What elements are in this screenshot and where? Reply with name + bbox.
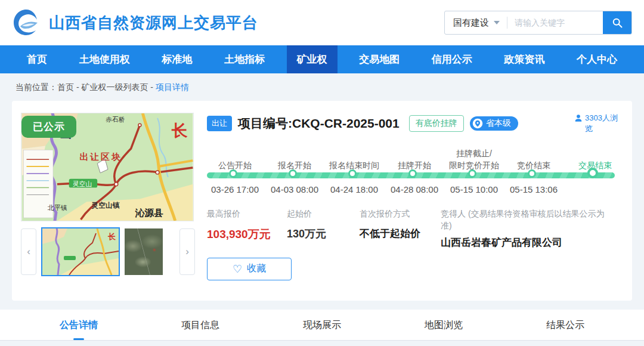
search-icon bbox=[611, 17, 623, 29]
pricing-info: 最高报价 103,930万元 起始价 130万元 首次报价方式 不低于起始价 竞… bbox=[207, 208, 623, 249]
chevron-down-icon bbox=[494, 21, 500, 24]
field-label: 起始价 bbox=[287, 208, 360, 220]
thumbnail-strip: ‹ 长 › bbox=[21, 227, 195, 276]
image-gallery: 岳 长 赤石桥 出让区块 灵空山 灵空山镇 北平镇 沁源县 已公示 ‹ bbox=[21, 113, 195, 301]
project-title: 项目编号:CKQ-CR-2025-001 bbox=[238, 115, 400, 132]
favorite-button-label: 收藏 bbox=[247, 262, 266, 275]
map-label-transfer-block: 出让区块 bbox=[80, 152, 122, 162]
map-label-chishiqiao: 赤石桥 bbox=[106, 116, 125, 123]
tab-map-browse[interactable]: 地图浏览 bbox=[425, 310, 463, 340]
search-category-dropdown[interactable]: 国有建设 bbox=[445, 17, 507, 29]
thumbnail-map-graphic: 长 bbox=[42, 228, 119, 275]
nav-item-personal-center[interactable]: 个人中心 bbox=[566, 45, 627, 73]
active-tab-indicator bbox=[73, 338, 84, 340]
field-highest-bid: 最高报价 103,930万元 bbox=[207, 208, 287, 249]
thumbnail-map-label-chang: 长 bbox=[107, 232, 116, 241]
thumbnail-satellite[interactable] bbox=[125, 228, 163, 275]
tab-label: 公告详情 bbox=[60, 320, 98, 330]
breadcrumb-path: 首页 - 矿业权一级列表页 - bbox=[57, 82, 156, 92]
level-badge: 省本级 bbox=[470, 116, 518, 131]
site-title: 山西省自然资源网上交易平台 bbox=[49, 13, 258, 33]
field-value: 不低于起始价 bbox=[360, 227, 441, 240]
project-title-row: 出让 项目编号:CKQ-CR-2025-001 有底价挂牌 省本级 3303人浏… bbox=[207, 113, 623, 134]
field-label: 最高报价 bbox=[207, 208, 287, 220]
field-value: 103,930万元 bbox=[207, 227, 287, 242]
map-label-qinyuan-county: 沁源县 bbox=[134, 208, 163, 218]
search-button[interactable] bbox=[603, 11, 631, 35]
nav-item-land-use-right[interactable]: 土地使用权 bbox=[69, 45, 140, 73]
nav-item-standard-land[interactable]: 标准地 bbox=[151, 45, 202, 73]
carousel-next-button[interactable]: › bbox=[179, 228, 195, 275]
field-winner: 竞得人 (交易结果待资格审核后以结果公示为准) 山西岳岩春矿产品有限公司 bbox=[441, 208, 623, 249]
main-navigation: 首页 土地使用权 标准地 土地指标 矿业权 交易地图 信用公示 政策资讯 个人中… bbox=[0, 45, 644, 73]
site-logo bbox=[12, 8, 41, 37]
breadcrumb-prefix: 当前位置： bbox=[16, 82, 57, 92]
timeline-node bbox=[229, 169, 237, 178]
view-count-label: 3303人浏览 bbox=[585, 113, 623, 134]
timeline-node bbox=[408, 169, 417, 178]
field-first-bid-method: 首次报价方式 不低于起始价 bbox=[360, 208, 441, 249]
nav-item-policy-news[interactable]: 政策资讯 bbox=[494, 45, 555, 73]
map-label-beiping-town: 北平镇 bbox=[47, 204, 67, 211]
detail-tab-bar: 公告详情 项目信息 现场展示 地图浏览 结果公示 bbox=[0, 310, 644, 341]
tab-announcement-detail[interactable]: 公告详情 bbox=[60, 310, 98, 340]
field-label: 首次报价方式 bbox=[360, 208, 441, 220]
brand: 山西省自然资源网上交易平台 bbox=[12, 8, 258, 37]
view-count: 3303人浏览 bbox=[574, 113, 623, 134]
transfer-type-badge: 出让 bbox=[207, 116, 232, 131]
timeline-node bbox=[587, 168, 598, 178]
timeline-node bbox=[348, 169, 357, 178]
tab-project-info[interactable]: 项目信息 bbox=[181, 310, 219, 340]
map-label-chang: 长 bbox=[171, 122, 188, 140]
carousel-prev-button[interactable]: ‹ bbox=[21, 228, 36, 275]
map-label-lingkongshan: 灵空山 bbox=[73, 180, 92, 187]
nav-item-home[interactable]: 首页 bbox=[17, 45, 57, 73]
header: 山西省自然资源网上交易平台 国有建设 bbox=[0, 0, 644, 45]
field-value: 山西岳岩春矿产品有限公司 bbox=[441, 236, 611, 249]
listing-type-badge: 有底价挂牌 bbox=[409, 115, 464, 132]
timeline-node bbox=[528, 169, 536, 178]
heart-icon: ♡ bbox=[233, 264, 242, 274]
field-starting-price: 起始价 130万元 bbox=[287, 208, 360, 249]
nav-item-mining-right[interactable]: 矿业权 bbox=[287, 45, 338, 73]
project-map-image[interactable]: 岳 长 赤石桥 出让区块 灵空山 灵空山镇 北平镇 沁源县 已公示 bbox=[21, 113, 194, 221]
timeline: 公告开始 03-26 17:00 报名开始 04-03 08:00 报名结束时间… bbox=[207, 145, 623, 202]
breadcrumb-current[interactable]: 项目详情 bbox=[156, 82, 189, 92]
location-pin-icon bbox=[472, 118, 483, 129]
person-icon bbox=[574, 114, 583, 122]
nav-item-trade-map[interactable]: 交易地图 bbox=[349, 45, 410, 73]
field-label: 竞得人 (交易结果待资格审核后以结果公示为准) bbox=[441, 208, 611, 231]
nav-item-credit-publicity[interactable]: 信用公示 bbox=[422, 45, 482, 73]
map-label-lingkongshan-town: 灵空山镇 bbox=[91, 201, 120, 209]
timeline-stage-trade-end: 交易结束 bbox=[553, 145, 637, 202]
project-detail: 出让 项目编号:CKQ-CR-2025-001 有底价挂牌 省本级 3303人浏… bbox=[207, 113, 623, 301]
tab-result-publicity[interactable]: 结果公示 bbox=[546, 310, 584, 340]
favorite-button[interactable]: ♡ 收藏 bbox=[207, 258, 292, 280]
timeline-node bbox=[468, 169, 476, 178]
search-box: 国有建设 bbox=[444, 11, 632, 35]
tab-site-display[interactable]: 现场展示 bbox=[303, 310, 341, 340]
nav-item-land-index[interactable]: 土地指标 bbox=[214, 45, 275, 73]
field-value: 130万元 bbox=[287, 227, 360, 241]
level-badge-label: 省本级 bbox=[486, 118, 511, 129]
breadcrumb: 当前位置：首页 - 矿业权一级列表页 - 项目详情 bbox=[0, 73, 644, 101]
search-category-label: 国有建设 bbox=[453, 17, 489, 29]
status-badge: 已公示 bbox=[21, 116, 76, 138]
search-input[interactable] bbox=[507, 11, 603, 34]
thumbnail-map[interactable]: 长 bbox=[41, 227, 120, 276]
project-detail-card: 岳 长 赤石桥 出让区块 灵空山 灵空山镇 北平镇 沁源县 已公示 ‹ bbox=[12, 101, 632, 301]
timeline-node bbox=[289, 169, 297, 178]
